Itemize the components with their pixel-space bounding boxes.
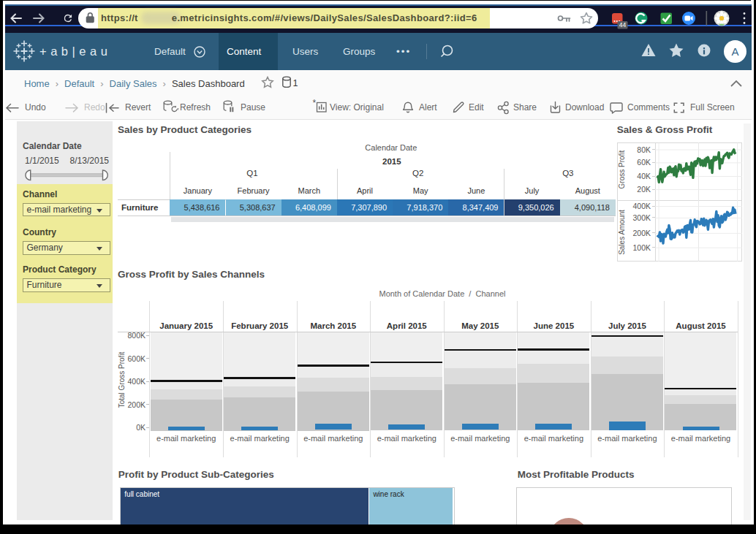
svg-text:44: 44 xyxy=(619,21,627,28)
svg-text:1: 1 xyxy=(293,78,298,88)
svg-text:+ab|eau: +ab|eau xyxy=(39,45,111,58)
svg-text:*: * xyxy=(313,98,317,108)
